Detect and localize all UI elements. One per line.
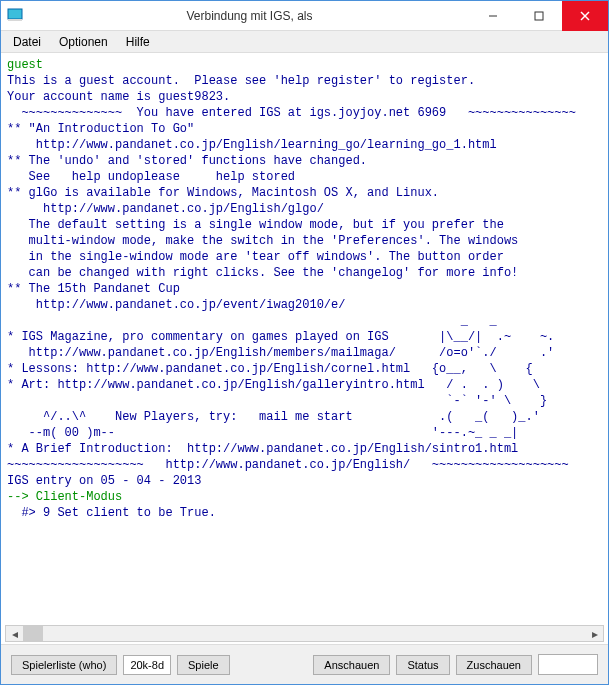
terminal-line: This is a guest account. Please see 'hel… xyxy=(7,74,475,88)
terminal-line: * Lessons: http://www.pandanet.co.jp/Eng… xyxy=(7,362,533,376)
status-button[interactable]: Status xyxy=(396,655,449,675)
menubar: Datei Optionen Hilfe xyxy=(1,31,608,53)
terminal-line: `-` '-' \ } xyxy=(7,394,547,408)
terminal-line: _ _ xyxy=(7,314,497,328)
terminal-line: * A Brief Introduction: http://www.panda… xyxy=(7,442,518,456)
window-controls xyxy=(470,1,608,31)
terminal-line: The default setting is a single window m… xyxy=(7,218,504,232)
scroll-track[interactable] xyxy=(23,626,586,641)
terminal-line: http://www.pandanet.co.jp/English/member… xyxy=(7,346,554,360)
svg-rect-1 xyxy=(8,19,22,21)
terminal-line: ** glGo is available for Windows, Macint… xyxy=(7,186,439,200)
minimize-button[interactable] xyxy=(470,1,516,31)
terminal-line: guest xyxy=(7,58,43,72)
content-area: guest This is a guest account. Please se… xyxy=(1,53,608,644)
terminal-line: See help undoplease help stored xyxy=(7,170,295,184)
bottom-toolbar: Spielerliste (who) 20k-8d Spiele Anschau… xyxy=(1,644,608,684)
menu-help[interactable]: Hilfe xyxy=(118,33,158,51)
maximize-button[interactable] xyxy=(516,1,562,31)
menu-options[interactable]: Optionen xyxy=(51,33,116,51)
rank-field[interactable]: 20k-8d xyxy=(123,655,171,675)
terminal-line: can be changed with right clicks. See th… xyxy=(7,266,518,280)
scroll-left-icon[interactable]: ◂ xyxy=(6,626,23,641)
terminal-line: multi-window mode, make the switch in th… xyxy=(7,234,518,248)
titlebar: Verbindung mit IGS, als xyxy=(1,1,608,31)
terminal-line: #> 9 Set client to be True. xyxy=(7,506,216,520)
terminal-line: ** The 'undo' and 'stored' functions hav… xyxy=(7,154,367,168)
terminal-line: ~~~~~~~~~~~~~~~~~~~ http://www.pandanet.… xyxy=(7,458,569,472)
terminal-line: ** The 15th Pandanet Cup xyxy=(7,282,180,296)
terminal-line: in the single-window mode are 'tear off … xyxy=(7,250,504,264)
watch-button[interactable]: Anschauen xyxy=(313,655,390,675)
observe-button[interactable]: Zuschauen xyxy=(456,655,532,675)
games-button[interactable]: Spiele xyxy=(177,655,230,675)
terminal-line: --m( 00 )m-- '---.~_ _ _| xyxy=(7,426,518,440)
app-icon xyxy=(7,6,23,25)
window-title: Verbindung mit IGS, als xyxy=(29,9,470,23)
terminal-line: http://www.pandanet.co.jp/English/glgo/ xyxy=(7,202,324,216)
terminal-line: http://www.pandanet.co.jp/English/learni… xyxy=(7,138,497,152)
close-button[interactable] xyxy=(562,1,608,31)
svg-rect-0 xyxy=(8,9,22,19)
command-input[interactable] xyxy=(538,654,598,675)
terminal-line: IGS entry on 05 - 04 - 2013 xyxy=(7,474,201,488)
scroll-right-icon[interactable]: ▸ xyxy=(586,626,603,641)
menu-file[interactable]: Datei xyxy=(5,33,49,51)
terminal-line: http://www.pandanet.co.jp/event/iwag2010… xyxy=(7,298,345,312)
playerlist-button[interactable]: Spielerliste (who) xyxy=(11,655,117,675)
svg-rect-3 xyxy=(535,12,543,20)
terminal-line: ~~~~~~~~~~~~~~ You have entered IGS at i… xyxy=(7,106,576,120)
terminal-line: Your account name is guest9823. xyxy=(7,90,230,104)
terminal-line: ^/..\^ New Players, try: mail me start .… xyxy=(7,410,540,424)
terminal-line: --> Client-Modus xyxy=(7,490,122,504)
terminal-line: * IGS Magazine, pro commentary on games … xyxy=(7,330,554,344)
terminal-output[interactable]: guest This is a guest account. Please se… xyxy=(5,55,604,623)
terminal-line: * Art: http://www.pandanet.co.jp/English… xyxy=(7,378,540,392)
scroll-thumb[interactable] xyxy=(23,626,43,641)
app-window: Verbindung mit IGS, als Datei Optionen H… xyxy=(0,0,609,685)
terminal-line: ** "An Introduction To Go" xyxy=(7,122,194,136)
horizontal-scrollbar[interactable]: ◂ ▸ xyxy=(5,625,604,642)
